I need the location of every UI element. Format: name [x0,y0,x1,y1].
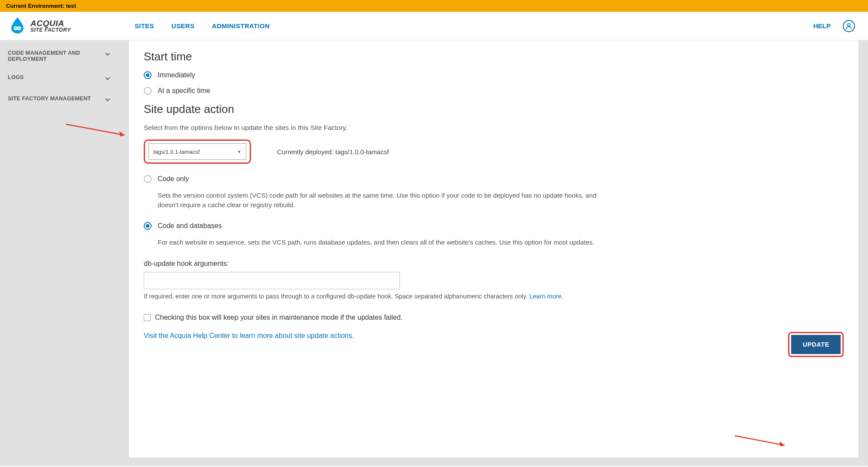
radio-label: Code and databases [158,222,222,230]
update-button[interactable]: UPDATE [791,335,841,354]
environment-banner: Current Environment: test [0,0,868,12]
annotation-arrow-update [733,432,793,450]
radio-label: Immediately [158,71,195,79]
sidebar: CODE MANAGEMENT AND DEPLOYMENT LOGS SITE… [0,40,119,466]
nav-administration[interactable]: ADMINISTRATION [212,22,270,30]
select-value: tags/1.0.1-tamacsf [153,149,200,155]
tag-select[interactable]: tags/1.0.1-tamacsf ▼ [149,143,246,160]
sidebar-item-sf-management[interactable]: SITE FACTORY MANAGEMENT [0,89,119,111]
svg-point-4 [848,23,850,26]
maintenance-checkbox-label: Checking this box will keep your sites i… [155,314,403,321]
svg-point-3 [18,27,20,29]
svg-marker-8 [779,441,785,447]
chevron-down-icon [104,96,112,105]
radio-label: At a specific time [158,87,210,95]
site-update-intro: Select from the options below to update … [144,124,844,132]
top-navigation: ACQUIA SITE FACTORY SITES USERS ADMINIST… [0,12,868,40]
sidebar-item-logs[interactable]: LOGS [0,68,119,89]
learn-more-link[interactable]: Learn more. [529,293,563,300]
radio-specific-time[interactable]: At a specific time [144,87,844,95]
chevron-down-icon [104,74,112,83]
radio-icon [144,71,152,79]
nav-users[interactable]: USERS [172,22,195,30]
radio-icon [144,175,152,183]
radio-code-only[interactable]: Code only [144,175,844,183]
svg-marker-6 [119,131,125,136]
radio-icon [144,87,152,95]
checkbox-icon [144,314,151,321]
code-db-description: For each website in sequence, sets the V… [158,238,618,247]
nav-sites[interactable]: SITES [135,22,154,30]
annotation-highlight-update: UPDATE [788,332,844,357]
site-update-heading: Site update action [144,103,844,116]
radio-code-and-databases[interactable]: Code and databases [144,222,844,230]
db-hook-help: If required, enter one or more arguments… [144,293,844,300]
db-hook-input[interactable] [144,272,400,289]
caret-down-icon: ▼ [237,149,241,154]
annotation-highlight-select: tags/1.0.1-tamacsf ▼ [144,139,251,164]
user-profile-icon[interactable] [843,20,855,32]
currently-deployed-text: Currently deployed: tags/1.0.0-tamacsf [277,148,389,156]
svg-line-7 [735,436,785,445]
db-hook-label: db-update hook arguments: [144,260,844,268]
start-time-heading: Start time [144,50,844,63]
radio-immediately[interactable]: Immediately [144,71,844,79]
brand-name-bottom: SITE FACTORY [30,27,71,33]
chevron-down-icon [104,50,112,59]
radio-icon [144,222,152,230]
acquia-droplet-icon [9,17,26,35]
sidebar-item-label: SITE FACTORY MANAGEMENT [8,96,91,102]
sidebar-item-code-management[interactable]: CODE MANAGEMENT AND DEPLOYMENT [0,44,119,68]
sidebar-item-label: CODE MANAGEMENT AND DEPLOYMENT [8,50,104,62]
svg-point-2 [15,27,16,29]
maintenance-checkbox-row[interactable]: Checking this box will keep your sites i… [144,314,844,321]
brand-name-top: ACQUIA [30,19,71,27]
code-only-description: Sets the version control system (VCS) co… [158,191,618,210]
nav-help[interactable]: HELP [813,22,831,30]
radio-label: Code only [158,175,189,183]
main-content: Start time Immediately At a specific tim… [129,40,858,457]
brand-logo[interactable]: ACQUIA SITE FACTORY [0,17,117,35]
sidebar-item-label: LOGS [8,74,24,80]
